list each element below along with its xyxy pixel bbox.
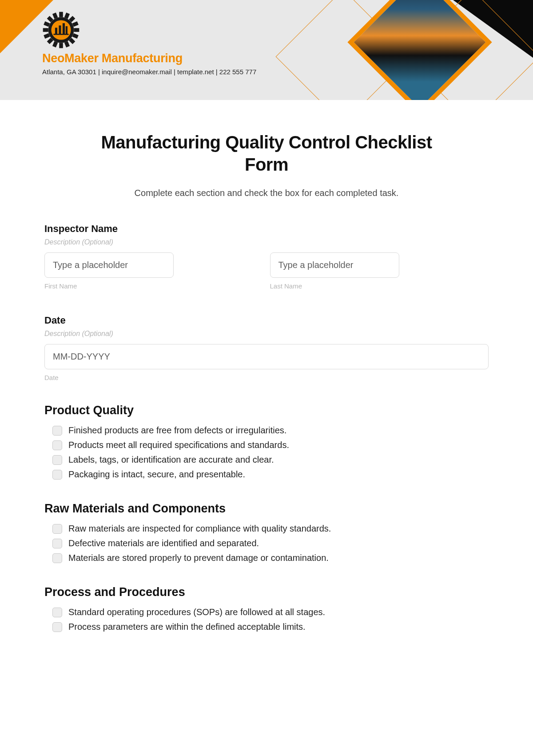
list-item: Standard operating procedures (SOPs) are… — [52, 607, 489, 617]
check-text: Packaging is intact, secure, and present… — [68, 469, 245, 480]
header-band: NeoMaker Manufacturing Atlanta, GA 30301… — [0, 0, 533, 100]
svg-rect-3 — [43, 28, 48, 32]
svg-rect-19 — [59, 25, 61, 34]
process-checklist: Standard operating procedures (SOPs) are… — [44, 607, 489, 632]
date-input[interactable] — [44, 344, 489, 369]
list-item: Defective materials are identified and s… — [52, 538, 489, 548]
check-text: Materials are stored properly to prevent… — [68, 553, 329, 563]
check-text: Process parameters are within the define… — [68, 622, 306, 632]
section-raw-materials-title: Raw Materials and Components — [44, 502, 489, 516]
check-text: Finished products are free from defects … — [68, 425, 286, 436]
inspector-name-group: Inspector Name Description (Optional) Fi… — [44, 223, 489, 290]
gear-logo-icon — [42, 11, 80, 49]
section-product-quality: Product Quality Finished products are fr… — [44, 404, 489, 480]
svg-rect-22 — [54, 34, 69, 35]
check-text: Defective materials are identified and s… — [68, 538, 259, 548]
last-name-input[interactable] — [270, 252, 399, 278]
checkbox[interactable] — [52, 553, 62, 563]
logo-block: NeoMaker Manufacturing Atlanta, GA 30301… — [42, 11, 256, 76]
svg-rect-4 — [74, 28, 79, 32]
company-name: NeoMaker Manufacturing — [42, 52, 256, 65]
svg-rect-2 — [59, 43, 63, 48]
first-name-input[interactable] — [44, 252, 174, 278]
date-sublabel: Date — [44, 374, 489, 381]
list-item: Materials are stored properly to prevent… — [52, 553, 489, 563]
check-text: Products meet all required specification… — [68, 440, 289, 450]
checkbox[interactable] — [52, 440, 62, 450]
checkbox[interactable] — [52, 539, 62, 548]
check-text: Standard operating procedures (SOPs) are… — [68, 607, 325, 617]
form-subtitle: Complete each section and check the box … — [44, 188, 489, 198]
checkbox[interactable] — [52, 524, 62, 534]
first-name-sublabel: First Name — [44, 282, 263, 290]
checkbox[interactable] — [52, 470, 62, 480]
svg-rect-21 — [66, 26, 68, 34]
svg-rect-1 — [59, 12, 63, 17]
company-contact-line: Atlanta, GA 30301 | inquire@neomaker.mai… — [42, 68, 256, 76]
svg-rect-20 — [63, 23, 65, 34]
date-description: Description (Optional) — [44, 330, 489, 338]
list-item: Raw materials are inspected for complian… — [52, 524, 489, 534]
svg-rect-18 — [55, 28, 57, 34]
checkbox[interactable] — [52, 622, 62, 632]
last-name-sublabel: Last Name — [270, 282, 489, 290]
date-group: Date Description (Optional) Date — [44, 315, 489, 381]
form-main: Manufacturing Quality Control Checklist … — [0, 100, 533, 632]
section-process-title: Process and Procedures — [44, 585, 489, 599]
checkbox[interactable] — [52, 608, 62, 617]
checkbox[interactable] — [52, 455, 62, 465]
section-process: Process and Procedures Standard operatin… — [44, 585, 489, 632]
product-quality-checklist: Finished products are free from defects … — [44, 425, 489, 480]
form-title: Manufacturing Quality Control Checklist … — [84, 131, 449, 176]
list-item: Finished products are free from defects … — [52, 425, 489, 436]
section-product-quality-title: Product Quality — [44, 404, 489, 417]
check-text: Labels, tags, or identification are accu… — [68, 455, 274, 465]
inspector-name-description: Description (Optional) — [44, 238, 489, 246]
date-label: Date — [44, 315, 489, 326]
check-text: Raw materials are inspected for complian… — [68, 524, 331, 534]
list-item: Products meet all required specification… — [52, 440, 489, 450]
section-raw-materials: Raw Materials and Components Raw materia… — [44, 502, 489, 563]
list-item: Process parameters are within the define… — [52, 622, 489, 632]
inspector-name-label: Inspector Name — [44, 223, 489, 235]
list-item: Packaging is intact, secure, and present… — [52, 469, 489, 480]
list-item: Labels, tags, or identification are accu… — [52, 455, 489, 465]
checkbox[interactable] — [52, 426, 62, 436]
raw-materials-checklist: Raw materials are inspected for complian… — [44, 524, 489, 563]
